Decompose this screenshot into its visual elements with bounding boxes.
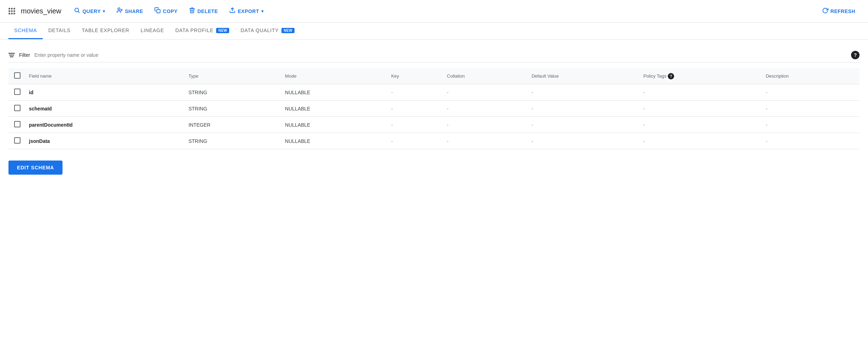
row-checkbox-1[interactable] [14, 105, 20, 111]
cell-description: - [760, 101, 860, 117]
schema-table: Field name Type Mode Key Collation Defau… [8, 68, 860, 149]
row-checkbox-cell [8, 117, 23, 133]
query-button[interactable]: QUERY ▾ [70, 4, 109, 18]
cell-key: - [386, 117, 441, 133]
row-checkbox-cell [8, 133, 23, 149]
svg-rect-5 [157, 10, 160, 13]
svg-line-1 [78, 11, 79, 12]
cell-description: - [760, 133, 860, 149]
header-policy-tags: Policy Tags ? [638, 68, 760, 84]
cell-default-value: - [526, 117, 638, 133]
cell-default-value: - [526, 133, 638, 149]
tab-schema[interactable]: SCHEMA [8, 23, 43, 39]
delete-icon [189, 7, 195, 15]
cell-collation: - [441, 117, 526, 133]
cell-default-value: - [526, 84, 638, 101]
delete-button[interactable]: DELETE [185, 4, 222, 18]
copy-icon [154, 7, 161, 15]
cell-field-name: schemaId [23, 101, 183, 117]
cell-description: - [760, 84, 860, 101]
cell-type: STRING [183, 84, 279, 101]
select-all-checkbox[interactable] [14, 72, 20, 79]
cell-type: STRING [183, 133, 279, 149]
toolbar: movies_view QUERY ▾ SHARE [0, 0, 868, 23]
content-area: Filter ? Field name Type Mode Ke [0, 40, 868, 183]
page-title: movies_view [21, 7, 61, 15]
filter-label: Filter [19, 52, 30, 58]
svg-point-2 [118, 8, 120, 10]
header-field-name: Field name [23, 68, 183, 84]
header-checkbox-col [8, 68, 23, 84]
export-dropdown-icon: ▾ [261, 9, 264, 14]
table-row: id STRING NULLABLE - - - - - [8, 84, 860, 101]
query-dropdown-icon: ▾ [103, 9, 105, 14]
share-icon [117, 7, 123, 15]
row-checkbox-3[interactable] [14, 137, 20, 144]
cell-policy-tags: - [638, 133, 760, 149]
data-quality-new-badge: NEW [281, 28, 295, 33]
filter-icon[interactable] [8, 53, 15, 57]
table-header-row: Field name Type Mode Key Collation Defau… [8, 68, 860, 84]
query-icon [74, 7, 80, 15]
cell-key: - [386, 133, 441, 149]
header-default-value: Default Value [526, 68, 638, 84]
export-icon [229, 7, 236, 15]
filter-bar: Filter ? [8, 48, 860, 62]
table-row: schemaId STRING NULLABLE - - - - - [8, 101, 860, 117]
table-row: jsonData STRING NULLABLE - - - - - [8, 133, 860, 149]
tab-data-profile[interactable]: DATA PROFILE NEW [170, 23, 235, 39]
cell-collation: - [441, 133, 526, 149]
filter-help-icon[interactable]: ? [851, 51, 860, 59]
cell-policy-tags: - [638, 84, 760, 101]
tab-table-explorer[interactable]: TABLE EXPLORER [76, 23, 135, 39]
cell-mode: NULLABLE [279, 117, 386, 133]
row-checkbox-0[interactable] [14, 89, 20, 95]
cell-type: INTEGER [183, 117, 279, 133]
filter-input[interactable] [34, 52, 438, 58]
cell-key: - [386, 101, 441, 117]
cell-mode: NULLABLE [279, 101, 386, 117]
cell-type: STRING [183, 101, 279, 117]
tab-lineage[interactable]: LINEAGE [135, 23, 170, 39]
row-checkbox-cell [8, 101, 23, 117]
edit-schema-button[interactable]: EDIT SCHEMA [8, 161, 63, 175]
header-mode: Mode [279, 68, 386, 84]
policy-tags-help-icon[interactable]: ? [668, 73, 674, 79]
row-checkbox-cell [8, 84, 23, 101]
row-checkbox-2[interactable] [14, 121, 20, 127]
refresh-icon [822, 7, 828, 15]
cell-mode: NULLABLE [279, 133, 386, 149]
header-key: Key [386, 68, 441, 84]
cell-field-name: jsonData [23, 133, 183, 149]
share-button[interactable]: SHARE [112, 4, 148, 18]
tab-data-quality[interactable]: DATA QUALITY NEW [235, 23, 300, 39]
cell-field-name: id [23, 84, 183, 101]
cell-field-name: parentDocumentId [23, 117, 183, 133]
header-description: Description [760, 68, 860, 84]
header-collation: Collation [441, 68, 526, 84]
tab-details[interactable]: DETAILS [43, 23, 76, 39]
refresh-button[interactable]: REFRESH [818, 5, 860, 18]
cell-mode: NULLABLE [279, 84, 386, 101]
cell-default-value: - [526, 101, 638, 117]
table-row: parentDocumentId INTEGER NULLABLE - - - … [8, 117, 860, 133]
cell-description: - [760, 117, 860, 133]
cell-policy-tags: - [638, 117, 760, 133]
cell-key: - [386, 84, 441, 101]
cell-collation: - [441, 84, 526, 101]
export-button[interactable]: EXPORT ▾ [225, 4, 268, 18]
cell-policy-tags: - [638, 101, 760, 117]
data-profile-new-badge: NEW [216, 28, 229, 33]
header-type: Type [183, 68, 279, 84]
cell-collation: - [441, 101, 526, 117]
copy-button[interactable]: COPY [150, 4, 182, 18]
tabs-bar: SCHEMA DETAILS TABLE EXPLORER LINEAGE DA… [0, 23, 868, 40]
apps-icon[interactable] [8, 8, 15, 14]
